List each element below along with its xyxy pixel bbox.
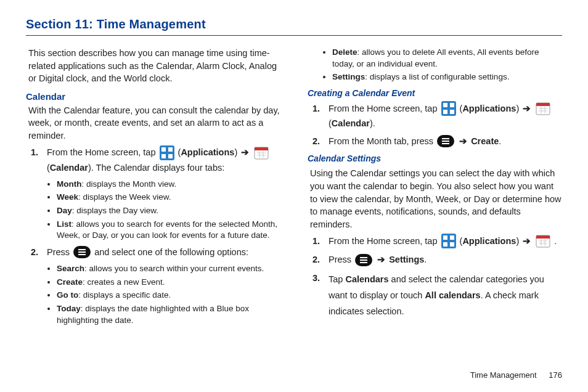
step-number: 1. (312, 102, 329, 131)
list-item: 2. From the Month tab, press ➔ Create. (312, 134, 562, 149)
step-number: 2. (312, 134, 329, 149)
svg-rect-1 (161, 147, 166, 152)
svg-rect-6 (255, 147, 268, 150)
list-item: 1. From the Home screen, tap (Applicatio… (312, 102, 562, 131)
create-label: Create (471, 136, 499, 146)
list-item: Day: displays the Day view. (57, 205, 280, 217)
tab-name: List (57, 219, 71, 229)
step-body: From the Home screen, tap (Applications)… (47, 145, 280, 174)
text: . (499, 136, 501, 146)
text: From the Home screen, tap (329, 104, 440, 113)
applications-label: Applications (462, 104, 516, 113)
svg-rect-3 (161, 154, 166, 158)
step-body: From the Home screen, tap (Applications)… (329, 102, 562, 131)
step-number: 1. (31, 145, 47, 174)
list-item: Today: displays the date highlighted wit… (57, 303, 280, 326)
svg-rect-18 (443, 110, 447, 114)
tab-name: Day (57, 206, 72, 215)
text: : displays the Month view. (81, 179, 176, 189)
page-number: 176 (549, 370, 562, 380)
text: From the Home screen, tap (47, 147, 158, 157)
menu-icon (437, 135, 454, 147)
applications-icon (441, 234, 456, 248)
calendars-label: Calendars (345, 274, 388, 284)
calendar-label: Calendar (50, 163, 88, 173)
list-item: List: allows you to search for events fo… (57, 219, 280, 242)
text: ). The Calendar displays four tabs: (88, 163, 224, 173)
applications-icon (160, 145, 174, 160)
svg-rect-42 (360, 257, 367, 258)
text: : displays a list of configurable settin… (365, 72, 509, 81)
svg-rect-16 (443, 103, 447, 107)
svg-rect-28 (442, 141, 449, 142)
list-item: Create: creates a new Event. (57, 277, 280, 288)
text: : allows you to search within your curre… (84, 264, 264, 273)
svg-rect-34 (450, 242, 454, 247)
text: : creates a new Event. (83, 277, 165, 287)
svg-rect-17 (450, 103, 454, 107)
svg-rect-14 (78, 254, 86, 255)
tabs-list: Month: displays the Month view. Week: di… (57, 179, 280, 242)
step-number: 2. (31, 245, 47, 259)
arrow-icon: ➔ (377, 255, 388, 264)
svg-rect-29 (442, 143, 449, 144)
step-number: 3. (312, 271, 329, 319)
calendar-steps-2: 2. Press and select one of the following… (26, 245, 280, 259)
text: From the Home screen, tap (329, 236, 440, 246)
options-list: Search: allows you to search within your… (57, 263, 280, 326)
calendar-steps: 1. From the Home screen, tap (Applicatio… (26, 145, 280, 174)
applications-label: Applications (181, 147, 234, 157)
step-body: Press ➔ Settings. (329, 253, 562, 267)
svg-rect-32 (450, 235, 454, 240)
footer-label: Time Management (470, 370, 537, 380)
applications-label: Applications (462, 236, 516, 246)
list-item: Month: displays the Month view. (57, 179, 280, 190)
calendar-settings-heading: Calendar Settings (308, 153, 562, 163)
section-title: Section 11: Time Management (26, 17, 562, 36)
list-item: Week: displays the Week view. (57, 192, 280, 203)
text: Press (47, 247, 72, 257)
text: : displays a specific date. (78, 290, 171, 300)
svg-rect-36 (536, 235, 550, 239)
text: : displays the Week view. (78, 192, 171, 202)
step-body: Press and select one of the following op… (47, 245, 280, 259)
text: . (424, 255, 427, 264)
option-name: Go to (57, 290, 78, 300)
arrow-icon: ➔ (241, 147, 249, 157)
list-item: 2. Press and select one of the following… (31, 245, 280, 259)
columns: This section describes how you can manag… (26, 47, 562, 330)
svg-rect-43 (360, 259, 367, 261)
list-item: 2. Press ➔ Settings. (312, 253, 562, 267)
text: ) (516, 236, 521, 246)
right-column: Delete: allows you to delete All events,… (308, 47, 562, 330)
option-name: Create (57, 277, 83, 287)
settings-label: Settings (389, 255, 424, 264)
svg-rect-31 (443, 235, 447, 240)
tab-name: Month (57, 179, 81, 189)
list-item: Delete: allows you to delete All events,… (332, 47, 562, 70)
applications-icon (441, 101, 456, 116)
svg-rect-4 (168, 154, 173, 158)
list-item: 1. From the Home screen, tap (Applicatio… (312, 234, 562, 249)
list-item: Search: allows you to search within your… (57, 263, 280, 275)
step-number: 2. (312, 253, 329, 267)
list-item: 3. Tap Calendars and select the calendar… (312, 271, 562, 319)
svg-rect-12 (78, 249, 86, 250)
option-name: Today (57, 304, 81, 313)
page-footer: Time Management 176 (470, 370, 562, 380)
option-name: Settings (332, 72, 365, 81)
text: . (554, 236, 557, 246)
calendar-para: With the Calendar feature, you can consu… (28, 104, 280, 142)
list-item: Settings: displays a list of configurabl… (332, 71, 562, 83)
calendar-icon (536, 234, 550, 248)
calendar-icon (536, 101, 550, 116)
svg-rect-13 (78, 251, 86, 253)
step-number: 1. (312, 234, 329, 249)
text: : displays the Day view. (72, 206, 158, 215)
options-continued: Delete: allows you to delete All events,… (332, 47, 562, 83)
step-body: Tap Calendars and select the calendar ca… (329, 271, 562, 319)
svg-rect-33 (443, 242, 447, 247)
svg-rect-21 (536, 103, 550, 106)
settings-steps: 1. From the Home screen, tap (Applicatio… (308, 234, 562, 319)
text: : allows you to search for events for th… (57, 219, 277, 240)
